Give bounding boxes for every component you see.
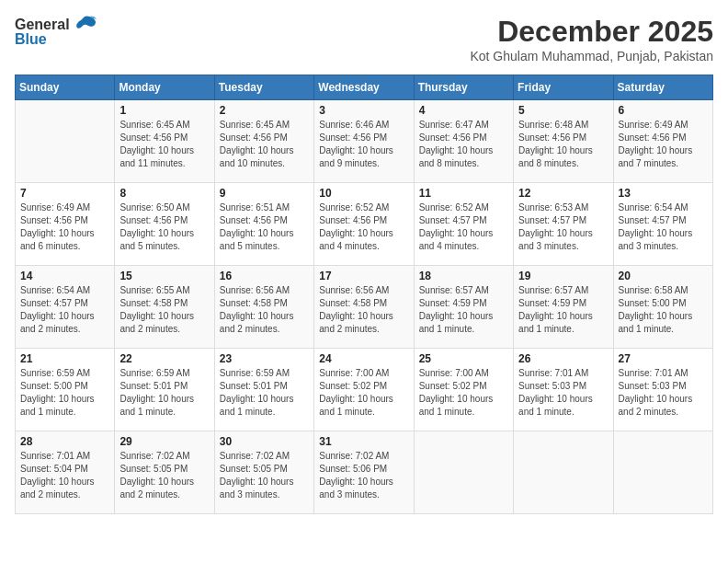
day-number: 8 [119,187,209,200]
cell-info: Sunrise: 6:52 AM Sunset: 4:56 PM Dayligh… [319,201,408,253]
calendar-cell: 15Sunrise: 6:55 AM Sunset: 4:58 PM Dayli… [115,266,214,349]
calendar-cell: 24Sunrise: 7:00 AM Sunset: 5:02 PM Dayli… [314,349,414,431]
calendar-cell: 5Sunrise: 6:48 AM Sunset: 4:56 PM Daylig… [514,100,613,183]
calendar-cell: 19Sunrise: 6:57 AM Sunset: 4:59 PM Dayli… [514,266,613,349]
day-number: 30 [220,435,309,448]
calendar-cell: 26Sunrise: 7:01 AM Sunset: 5:03 PM Dayli… [514,349,613,431]
cell-info: Sunrise: 6:45 AM Sunset: 4:56 PM Dayligh… [220,119,309,170]
calendar-cell: 21Sunrise: 6:59 AM Sunset: 5:00 PM Dayli… [16,349,115,431]
header-cell-sunday: Sunday [16,75,115,100]
calendar-cell: 16Sunrise: 6:56 AM Sunset: 4:58 PM Dayli… [214,266,313,349]
calendar-cell: 11Sunrise: 6:52 AM Sunset: 4:57 PM Dayli… [414,183,513,266]
header: General Blue December 2025 Kot Ghulam Mu… [15,15,713,63]
calendar-cell: 18Sunrise: 6:57 AM Sunset: 4:59 PM Dayli… [414,266,513,349]
day-number: 13 [619,187,708,200]
cell-info: Sunrise: 6:49 AM Sunset: 4:56 PM Dayligh… [20,201,109,253]
cell-info: Sunrise: 6:59 AM Sunset: 5:01 PM Dayligh… [220,367,309,419]
month-title: December 2025 [470,15,713,49]
cell-info: Sunrise: 7:02 AM Sunset: 5:05 PM Dayligh… [119,450,209,501]
cell-info: Sunrise: 6:49 AM Sunset: 4:56 PM Dayligh… [619,119,708,170]
calendar-cell: 12Sunrise: 6:53 AM Sunset: 4:57 PM Dayli… [514,183,613,266]
day-number: 5 [518,104,608,117]
calendar-cell: 8Sunrise: 6:50 AM Sunset: 4:56 PM Daylig… [115,183,214,266]
header-cell-wednesday: Wednesday [314,75,414,100]
day-number: 23 [220,352,309,365]
calendar-cell [613,431,712,514]
cell-info: Sunrise: 6:59 AM Sunset: 5:00 PM Dayligh… [20,367,109,419]
calendar-cell [414,431,513,514]
calendar-cell: 27Sunrise: 7:01 AM Sunset: 5:03 PM Dayli… [613,349,712,431]
day-number: 11 [419,187,508,200]
week-row-4: 28Sunrise: 7:01 AM Sunset: 5:04 PM Dayli… [16,431,713,514]
cell-info: Sunrise: 6:56 AM Sunset: 4:58 PM Dayligh… [319,284,408,336]
week-row-0: 1Sunrise: 6:45 AM Sunset: 4:56 PM Daylig… [16,100,713,183]
calendar-cell [514,431,613,514]
header-cell-saturday: Saturday [613,75,712,100]
day-number: 26 [518,352,608,365]
cell-info: Sunrise: 6:47 AM Sunset: 4:56 PM Dayligh… [419,119,508,170]
calendar-cell: 30Sunrise: 7:02 AM Sunset: 5:05 PM Dayli… [214,431,313,514]
calendar-cell: 31Sunrise: 7:02 AM Sunset: 5:06 PM Dayli… [314,431,414,514]
calendar-cell: 25Sunrise: 7:00 AM Sunset: 5:02 PM Dayli… [414,349,513,431]
cell-info: Sunrise: 7:00 AM Sunset: 5:02 PM Dayligh… [319,367,408,419]
cell-info: Sunrise: 6:54 AM Sunset: 4:57 PM Dayligh… [619,201,708,253]
cell-info: Sunrise: 6:58 AM Sunset: 5:00 PM Dayligh… [619,284,708,336]
day-number: 17 [319,270,408,282]
week-row-1: 7Sunrise: 6:49 AM Sunset: 4:56 PM Daylig… [16,183,713,266]
cell-info: Sunrise: 7:01 AM Sunset: 5:03 PM Dayligh… [619,367,708,419]
location-title: Kot Ghulam Muhammad, Punjab, Pakistan [470,49,713,63]
day-number: 19 [518,270,608,282]
day-number: 15 [119,270,209,282]
header-row: SundayMondayTuesdayWednesdayThursdayFrid… [16,75,713,100]
calendar-cell: 2Sunrise: 6:45 AM Sunset: 4:56 PM Daylig… [214,100,313,183]
calendar-cell: 9Sunrise: 6:51 AM Sunset: 4:56 PM Daylig… [214,183,313,266]
cell-info: Sunrise: 6:57 AM Sunset: 4:59 PM Dayligh… [518,284,608,336]
cell-info: Sunrise: 6:51 AM Sunset: 4:56 PM Dayligh… [220,201,309,253]
cell-info: Sunrise: 6:52 AM Sunset: 4:57 PM Dayligh… [419,201,508,253]
calendar-cell [16,100,115,183]
logo-blue-text: Blue [15,31,47,48]
calendar-cell: 10Sunrise: 6:52 AM Sunset: 4:56 PM Dayli… [314,183,414,266]
logo-bird-icon [72,15,97,35]
header-cell-monday: Monday [115,75,214,100]
calendar-cell: 17Sunrise: 6:56 AM Sunset: 4:58 PM Dayli… [314,266,414,349]
cell-info: Sunrise: 7:02 AM Sunset: 5:05 PM Dayligh… [220,450,309,501]
day-number: 12 [518,187,608,200]
cell-info: Sunrise: 6:48 AM Sunset: 4:56 PM Dayligh… [518,119,608,170]
day-number: 25 [419,352,508,365]
day-number: 9 [220,187,309,200]
calendar-cell: 13Sunrise: 6:54 AM Sunset: 4:57 PM Dayli… [613,183,712,266]
title-area: December 2025 Kot Ghulam Muhammad, Punja… [470,15,713,63]
cell-info: Sunrise: 7:01 AM Sunset: 5:04 PM Dayligh… [20,450,109,501]
cell-info: Sunrise: 6:57 AM Sunset: 4:59 PM Dayligh… [419,284,508,336]
header-cell-thursday: Thursday [414,75,513,100]
day-number: 6 [619,104,708,117]
calendar-cell: 14Sunrise: 6:54 AM Sunset: 4:57 PM Dayli… [16,266,115,349]
calendar-cell: 29Sunrise: 7:02 AM Sunset: 5:05 PM Dayli… [115,431,214,514]
day-number: 18 [419,270,508,282]
day-number: 3 [319,104,408,117]
calendar-cell: 6Sunrise: 6:49 AM Sunset: 4:56 PM Daylig… [613,100,712,183]
week-row-3: 21Sunrise: 6:59 AM Sunset: 5:00 PM Dayli… [16,349,713,431]
cell-info: Sunrise: 7:01 AM Sunset: 5:03 PM Dayligh… [518,367,608,419]
day-number: 2 [220,104,309,117]
cell-info: Sunrise: 6:46 AM Sunset: 4:56 PM Dayligh… [319,119,408,170]
cell-info: Sunrise: 6:53 AM Sunset: 4:57 PM Dayligh… [518,201,608,253]
cell-info: Sunrise: 7:02 AM Sunset: 5:06 PM Dayligh… [319,450,408,501]
day-number: 7 [20,187,109,200]
day-number: 21 [20,352,109,365]
calendar-cell: 22Sunrise: 6:59 AM Sunset: 5:01 PM Dayli… [115,349,214,431]
day-number: 16 [220,270,309,282]
day-number: 1 [119,104,209,117]
calendar-cell: 4Sunrise: 6:47 AM Sunset: 4:56 PM Daylig… [414,100,513,183]
logo: General Blue [15,15,97,48]
header-cell-friday: Friday [514,75,613,100]
cell-info: Sunrise: 6:56 AM Sunset: 4:58 PM Dayligh… [220,284,309,336]
day-number: 10 [319,187,408,200]
calendar-cell: 7Sunrise: 6:49 AM Sunset: 4:56 PM Daylig… [16,183,115,266]
cell-info: Sunrise: 6:55 AM Sunset: 4:58 PM Dayligh… [119,284,209,336]
day-number: 24 [319,352,408,365]
day-number: 29 [119,435,209,448]
day-number: 14 [20,270,109,282]
cell-info: Sunrise: 7:00 AM Sunset: 5:02 PM Dayligh… [419,367,508,419]
